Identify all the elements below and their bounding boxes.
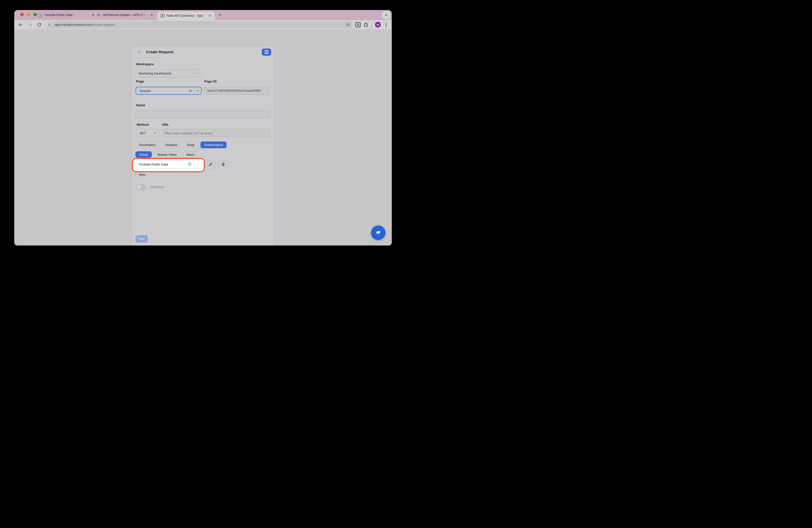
url-path: /create-request [93,23,115,27]
page-title: Create Request [146,50,174,54]
forward-button[interactable] [27,22,33,28]
a-extension-icon[interactable]: A [356,22,361,27]
toolbar-divider [372,22,372,27]
back-button[interactable] [18,22,24,28]
close-window-button[interactable] [20,13,24,16]
chevron-down-icon[interactable] [196,89,199,92]
clear-selection-icon[interactable] [189,89,192,92]
tab-note-api-connector[interactable]: A Note API Connector - App ✕ [158,12,215,20]
chat-bubble-icon [375,230,381,236]
run-button[interactable]: Run [135,235,148,243]
close-tab-icon[interactable]: ✕ [90,13,96,17]
tab-youtube-public-data[interactable]: N Youtube Public Data ✕ [38,10,96,20]
browser-menu-icon[interactable] [384,22,388,27]
tab-body[interactable]: Body [184,142,198,148]
tab-oauth[interactable]: OAuth [135,151,152,158]
auth-type-tabs: OAuth Bearer Token Basic [135,151,198,158]
name-input[interactable] [135,111,271,118]
tab-title: Youtube Public Data [44,13,72,17]
extensions-puzzle-icon[interactable] [363,22,368,27]
pencil-icon [208,162,213,166]
url-host: app.noteapiconnector.com [55,23,93,27]
api-favicon-icon: API [97,14,101,16]
credential-select[interactable]: Youtube Public Data [135,160,202,168]
address-bar[interactable]: app.noteapiconnector.com/create-request [45,21,352,28]
new-tab-button[interactable]: + [217,12,223,18]
close-tab-icon[interactable]: ✕ [149,13,154,17]
url-text: app.noteapiconnector.com/create-request [55,23,345,27]
card-menu-button[interactable] [262,48,271,56]
reload-button[interactable] [36,22,42,28]
page-select[interactable]: Youtube [135,87,202,95]
verified-shield-icon [188,162,192,166]
schedule-toggle[interactable] [136,184,146,190]
method-value: GET [139,131,146,135]
zoom-window-button[interactable] [33,13,37,16]
tab-parameters[interactable]: Parameters [135,142,159,148]
page-field-label: Page [136,79,144,83]
url-input[interactable] [162,129,271,137]
delete-credential-button[interactable] [218,160,228,168]
chevron-down-icon [154,132,157,134]
toggle-knob [136,185,141,190]
url-label: URL [162,123,169,127]
minimize-window-button[interactable] [27,13,30,16]
new-row: New [135,171,149,178]
window-controls [20,13,37,16]
chevron-down-icon[interactable] [196,163,200,166]
chevron-down-icon[interactable] [196,72,200,75]
select-divider [194,162,194,167]
bookmark-star-icon[interactable] [345,22,351,28]
tab-basic[interactable]: Basic [183,151,198,158]
name-label: Name [136,103,145,107]
schedule-label: Schedule [150,185,164,189]
select-divider [194,71,194,76]
desktop-background: N Youtube Public Data ✕ API API/Service … [0,0,406,264]
notion-favicon-icon: N [38,13,42,17]
profile-avatar[interactable]: m [375,22,381,28]
tab-api-service-details[interactable]: API API/Service Details – APIs & S ✕ [97,10,154,20]
page-value: Youtube [139,89,151,93]
new-credential-button[interactable]: New [135,171,149,178]
tab-title: Note API Connector - App [167,14,203,17]
page-id-value: 1bb7e77d602080068fa5e19aaa635f55 [204,87,271,95]
back-chevron-icon[interactable] [136,49,142,55]
hamburger-icon [264,50,269,51]
card-header: Create Request [132,46,274,58]
method-select[interactable]: GET [136,129,159,137]
workspace-label: Workspace [136,62,154,66]
browser-window: N Youtube Public Data ✕ API API/Service … [14,10,392,246]
chat-launcher-button[interactable] [371,225,386,240]
workspace-value: Marketing Dashboards [139,72,172,75]
tab-authorization[interactable]: Authorization [201,142,227,148]
close-tab-icon[interactable]: ✕ [207,14,212,17]
page-id-label: Page ID [204,79,217,83]
edit-credential-button[interactable] [205,160,216,168]
trash-icon [221,162,225,166]
credential-value: Youtube Public Data [139,162,168,166]
method-label: Method [137,123,149,127]
create-request-card: Create Request Workspace Marketing Dashb… [131,46,275,246]
browser-toolbar: app.noteapiconnector.com/create-request … [14,20,392,29]
tab-divider [96,13,96,17]
tab-strip: N Youtube Public Data ✕ API API/Service … [14,10,392,20]
tab-bearer-token[interactable]: Bearer Token [154,151,180,158]
site-settings-icon[interactable] [46,22,52,28]
workspace-select[interactable]: Marketing Dashboards [135,70,202,77]
app-favicon-icon: A [160,14,164,18]
tab-search-button[interactable] [382,11,391,19]
chevron-down-icon [385,14,388,17]
page-content: Create Request Workspace Marketing Dashb… [14,29,392,246]
a-box-glyph: A [356,22,361,27]
tutorial-highlight-box: Youtube Public Data [132,158,205,172]
request-tabs: Parameters Headers Body Authorization [135,142,227,148]
tab-title-fade [139,12,148,18]
tab-headers[interactable]: Headers [162,142,181,148]
